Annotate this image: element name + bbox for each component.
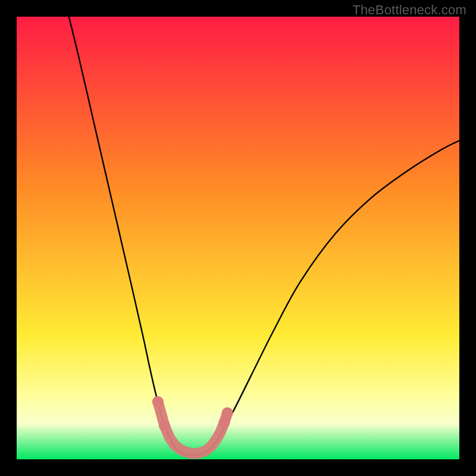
svg-point-3 <box>222 407 233 418</box>
watermark-text: TheBottleneck.com <box>352 2 466 18</box>
svg-point-0 <box>152 396 164 408</box>
gradient-background <box>17 17 459 459</box>
svg-point-2 <box>218 417 230 428</box>
chart-root: TheBottleneck.com <box>0 0 476 476</box>
plot-area <box>17 17 459 459</box>
svg-point-1 <box>159 420 170 431</box>
bottleneck-curve-chart <box>17 17 459 459</box>
